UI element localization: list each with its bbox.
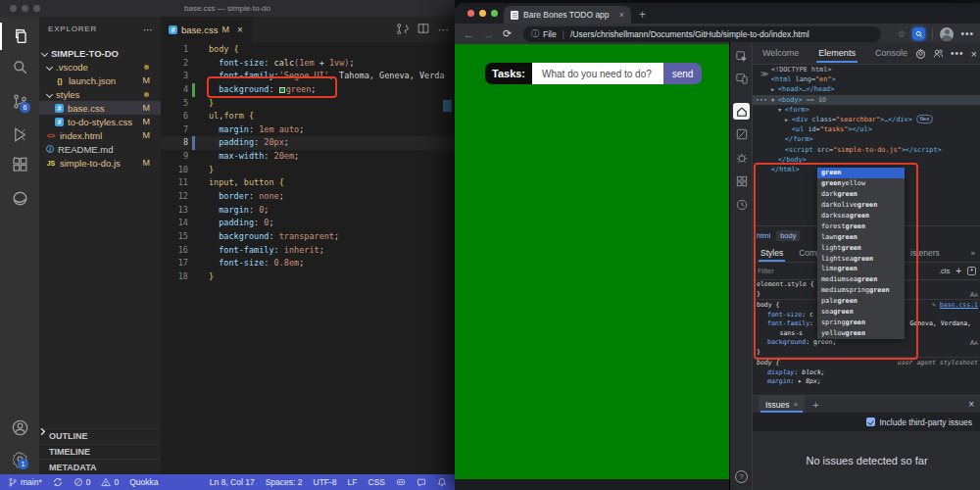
explorer-item-styles[interactable]: styles bbox=[39, 87, 161, 101]
new-style-rule-icon[interactable]: + bbox=[956, 266, 961, 276]
code-line-1[interactable]: 1body { bbox=[161, 43, 455, 57]
sidebar-section-outline[interactable]: OUTLINE bbox=[39, 428, 161, 444]
run-debug-icon[interactable] bbox=[8, 122, 31, 146]
styles-tab-event-listeners[interactable]: isteners bbox=[903, 244, 948, 262]
notes-activity-icon[interactable] bbox=[734, 126, 749, 141]
browser-traffic-lights[interactable] bbox=[467, 10, 498, 17]
breadcrumb-body[interactable]: body bbox=[776, 230, 800, 241]
status-item-sync[interactable] bbox=[53, 477, 63, 487]
explorer-item-to-do-styles-css[interactable]: #to-do-styles.cssM bbox=[39, 115, 161, 128]
site-info-icon[interactable]: ⓘ bbox=[531, 28, 539, 39]
code-line-5[interactable]: 5} bbox=[161, 97, 455, 111]
expand-arrow-icon[interactable]: ▼ bbox=[771, 95, 774, 105]
open-changes-icon[interactable] bbox=[397, 21, 409, 38]
explorer-icon[interactable] bbox=[8, 24, 31, 48]
autocomplete-option-seagreen[interactable]: seagreen bbox=[817, 307, 905, 318]
code-line-3[interactable]: 3 font-family:'Segoe UI', Tahoma, Geneva… bbox=[161, 70, 455, 83]
autocomplete-option-springgreen[interactable]: springgreen bbox=[817, 318, 905, 328]
todo-input[interactable]: What do you need to do? bbox=[532, 63, 663, 84]
code-line-7[interactable]: 7 margin: 1em auto; bbox=[161, 123, 455, 137]
explorer-item--vscode[interactable]: .vscode bbox=[39, 60, 161, 74]
vscode-traffic-lights[interactable] bbox=[10, 5, 40, 12]
body-rule-close[interactable]: } bbox=[753, 348, 980, 358]
explorer-more-icon[interactable]: ⋯ bbox=[143, 24, 153, 35]
device-toolbar-icon[interactable] bbox=[734, 71, 749, 85]
toggle-element-state-icon[interactable] bbox=[967, 267, 976, 275]
explorer-item-launch-json[interactable]: {}launch.jsonM bbox=[39, 74, 161, 87]
more-tabs-icon[interactable]: » bbox=[971, 249, 975, 258]
extension-badge-icon[interactable] bbox=[912, 27, 925, 40]
code-line-15[interactable]: 15 background: transparent; bbox=[161, 230, 455, 244]
close-issues-tab-icon[interactable]: × bbox=[794, 400, 799, 409]
code-line-17[interactable]: 17 font-size: 0.8em; bbox=[161, 257, 455, 270]
maximize-window-icon[interactable] bbox=[491, 10, 498, 17]
minimize-window-icon[interactable] bbox=[22, 5, 28, 12]
back-button[interactable]: ← bbox=[464, 28, 474, 40]
ua-prop-1[interactable]: margin: ▸ 8px; bbox=[753, 377, 980, 387]
favorite-star-icon[interactable]: ☆ bbox=[898, 28, 906, 39]
code-line-4[interactable]: 4 background: green; bbox=[161, 83, 455, 97]
explorer-root-folder[interactable]: SIMPLE-TO-DO bbox=[39, 46, 161, 60]
autocomplete-option-darkgreen[interactable]: darkgreen bbox=[817, 189, 905, 200]
css-value-autocomplete[interactable]: greengreenyellowdarkgreendarkolivegreend… bbox=[817, 168, 905, 339]
explorer-item-simple-to-do-js[interactable]: JSsimple-to-do.jsM bbox=[39, 156, 161, 170]
browser-menu-icon[interactable]: ••• bbox=[960, 28, 974, 39]
code-line-14[interactable]: 14 padding: 0; bbox=[161, 217, 455, 230]
dom-node-6[interactable]: <ul id="tasks"></ul> bbox=[753, 124, 980, 134]
code-line-16[interactable]: 16 font-family: inherit; bbox=[161, 244, 455, 258]
code-line-10[interactable]: 10} bbox=[161, 164, 455, 177]
close-drawer-icon[interactable]: × bbox=[968, 399, 974, 410]
dom-node-2[interactable]: ▶<head>…</head> bbox=[753, 84, 980, 94]
status-item-lf[interactable]: LF bbox=[348, 477, 358, 487]
profile-avatar[interactable] bbox=[940, 27, 954, 41]
dom-node-4[interactable]: ▼<form> bbox=[753, 105, 980, 115]
autocomplete-option-yellowgreen[interactable]: yellowgreen bbox=[817, 328, 905, 339]
autocomplete-option-darkseagreen[interactable]: darkseagreen bbox=[817, 211, 905, 221]
dom-node-0[interactable]: <!DOCTYPE html> bbox=[753, 65, 980, 74]
maximize-window-icon[interactable] bbox=[33, 5, 40, 12]
explorer-item-readme-md[interactable]: iREADME.md bbox=[39, 142, 161, 156]
autocomplete-option-palegreen[interactable]: palegreen bbox=[817, 296, 905, 307]
styles-filter-input[interactable]: Filter bbox=[753, 267, 774, 275]
dom-node-1[interactable]: <html lang="en"> bbox=[753, 74, 980, 84]
close-window-icon[interactable] bbox=[467, 10, 474, 17]
new-tab-button[interactable]: + bbox=[639, 8, 646, 22]
stylesheet-link[interactable]: base.css:1 bbox=[940, 301, 978, 309]
address-bar[interactable]: ⓘ File | /Users/chrishellmann/Documents/… bbox=[523, 26, 881, 42]
status-item-main-[interactable]: main* bbox=[8, 477, 42, 487]
sidebar-section-timeline[interactable]: TIMELINE bbox=[39, 444, 161, 460]
debug-bug-icon[interactable] bbox=[734, 150, 749, 165]
explorer-item-index-html[interactable]: <>index.htmlM bbox=[39, 128, 161, 142]
expand-arrow-icon[interactable]: ▶ bbox=[785, 115, 788, 124]
autocomplete-option-darkolivegreen[interactable]: darkolivegreen bbox=[817, 200, 905, 211]
code-line-6[interactable]: 6ul,form { bbox=[161, 110, 455, 123]
styles-tab-styles[interactable]: Styles bbox=[753, 244, 791, 262]
code-editor-content[interactable]: 1body {2 font-size: calc(1em + 1vw);3 fo… bbox=[161, 43, 455, 284]
status-item-copilot[interactable] bbox=[396, 477, 406, 487]
devtools-more-icon[interactable]: ••• bbox=[951, 48, 964, 59]
inspect-element-icon[interactable] bbox=[734, 49, 749, 64]
devtools-tab-console[interactable]: Console bbox=[865, 42, 917, 64]
devtools-tab-welcome[interactable]: Welcome bbox=[753, 42, 808, 64]
settings-gear-icon[interactable] bbox=[915, 45, 926, 63]
node-menu-icon[interactable]: ••• bbox=[756, 95, 767, 105]
code-line-9[interactable]: 9 max-width: 20em; bbox=[161, 150, 455, 164]
code-line-8[interactable]: 8 padding: 20px; bbox=[161, 136, 455, 150]
forward-button[interactable]: → bbox=[483, 28, 494, 40]
color-swatch[interactable] bbox=[279, 87, 285, 93]
autocomplete-option-green[interactable]: green bbox=[817, 168, 905, 178]
dom-node-3[interactable]: •••▼<body> == $0 bbox=[753, 95, 980, 105]
autocomplete-option-lightgreen[interactable]: lightgreen bbox=[817, 243, 905, 254]
body-background[interactable]: background: green;AA bbox=[753, 338, 980, 348]
editor-tab-base-css[interactable]: # base.css M × bbox=[161, 17, 252, 42]
status-item-utf-8[interactable]: UTF-8 bbox=[314, 477, 337, 487]
editor-more-icon[interactable]: ⋯ bbox=[438, 24, 449, 36]
status-item-css[interactable]: CSS bbox=[368, 477, 385, 487]
autocomplete-option-greenyellow[interactable]: greenyellow bbox=[817, 178, 905, 189]
ua-rule-open[interactable]: body {user agent stylesheet bbox=[753, 359, 980, 368]
code-line-2[interactable]: 2 font-size: calc(1em + 1vw); bbox=[161, 57, 455, 71]
autocomplete-option-forestgreen[interactable]: forestgreen bbox=[817, 221, 905, 232]
home-activity-icon[interactable] bbox=[733, 103, 750, 120]
close-window-icon[interactable] bbox=[10, 5, 17, 12]
dom-node-5[interactable]: ▶<div class="searchbar">…</div>flex bbox=[753, 115, 980, 124]
